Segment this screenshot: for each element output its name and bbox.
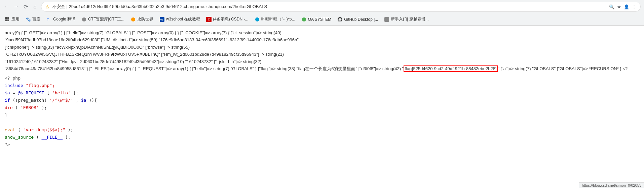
toolbar-csdn[interactable]: C (4条消息) CSDN -...	[204, 15, 250, 23]
svg-rect-3	[7, 19, 9, 21]
output-line1: array(9) { ["_GET"]=> array(1) { ["hello…	[5, 30, 281, 35]
toolbar-baidu[interactable]: 🐾 百度	[24, 15, 42, 23]
code-eval-str: "var_dump($$a);"	[23, 127, 65, 132]
bookmarks-toolbar: ​ 应用 🐾 百度 T Google 翻译 CTF资源库|CTF工... 攻防	[0, 13, 644, 26]
csdn-icon: C	[206, 17, 212, 22]
toolbar-w3school[interactable]: W w3school 在线教程	[157, 15, 202, 23]
star-icon[interactable]: ★	[617, 4, 621, 9]
toolbar-attack-world[interactable]: 攻防世界	[128, 15, 155, 23]
code-regex: '/^\w*$/'	[49, 98, 73, 103]
code-line-8: eval ( "var_dump($$a);" );	[5, 126, 639, 134]
toolbar-google-translate[interactable]: T Google 翻译	[44, 15, 77, 23]
home-button[interactable]: ⌂	[32, 3, 38, 10]
account-icon[interactable]: 👤	[624, 4, 629, 9]
code-block: <? php include "flag.php"; $a = @$_REQUE…	[5, 75, 639, 149]
code-include-file: "flag.php";	[26, 83, 55, 88]
toolbar-oa[interactable]: OA SYSTEM	[299, 16, 333, 23]
page-content: array(9) { ["_GET"]=> array(1) { ["hello…	[0, 26, 644, 152]
kw-eval: eval	[5, 127, 15, 132]
url-text: 不安全 | 29bd1c4d612d4cd6b159bdd0aa3e63bb0f…	[52, 4, 606, 10]
github-icon	[337, 17, 343, 22]
toolbar-newbie[interactable]: 新手入门| 穿越赛博...	[382, 15, 430, 23]
code-line-7	[5, 119, 639, 126]
toolbar-apps[interactable]: ​ 应用	[3, 15, 22, 23]
svg-rect-11	[384, 17, 389, 22]
toolbar-baidu-label: 百度	[32, 16, 40, 22]
toolbar-w3school-label: w3school 在线教程	[166, 16, 200, 22]
code-request: @$_REQUEST	[18, 90, 44, 95]
toolbar-apps-label: 应用	[11, 16, 20, 22]
newbie-icon	[384, 17, 389, 22]
code-var-a: $a	[5, 90, 10, 95]
browser-chrome: ← → ⟳ ⌂ ⚠ 不安全 | 29bd1c4d612d4cd6b159bdd0…	[0, 0, 644, 26]
back-button[interactable]: ←	[3, 3, 10, 10]
code-line-1: <? php	[5, 75, 639, 82]
code-line-9: show_source ( __FILE__ );	[5, 134, 639, 141]
toolbar-attack-label: 攻防世界	[137, 16, 153, 22]
code-php-tag: <?	[5, 76, 10, 81]
code-line-4: if (!preg_match( '/^\w*$/' , $a )){	[5, 97, 639, 104]
code-file-const: __FILE__	[42, 135, 63, 140]
baidu-icon: 🐾	[26, 17, 31, 22]
attack-icon	[130, 17, 136, 22]
output-line6-pre: "8684d78aac49a784162ba849958d8613" } ["_…	[5, 66, 404, 71]
svg-rect-2	[5, 19, 7, 21]
toolbar-github-label: GitHub Desktop |...	[344, 17, 378, 22]
output-line5: "1610241240,1610243282" ["Hm_lpvt_2d0601…	[5, 59, 261, 64]
toolbar-github[interactable]: GitHub Desktop |...	[335, 16, 380, 23]
translate-icon: T	[46, 17, 52, 22]
toolbar-ctf-label: CTF资源库|CTF工...	[88, 16, 124, 22]
reload-button[interactable]: ⟳	[22, 3, 29, 10]
svg-rect-0	[5, 17, 7, 19]
output-line4: "CFIZTxUYU0BZWl5GVQJTRFBZSkdeQ1hYWVJFRF9…	[5, 52, 284, 57]
toolbar-ctf[interactable]: CTF资源库|CTF工...	[79, 15, 126, 23]
toolbar-translate-label: Google 翻译	[53, 16, 75, 22]
kw-if: if	[5, 98, 10, 103]
svg-point-5	[82, 17, 86, 21]
kw-die: die	[5, 105, 12, 110]
search-icon[interactable]: 🔍	[609, 4, 614, 9]
svg-text:W: W	[160, 18, 163, 21]
w3school-icon: W	[159, 17, 165, 22]
code-var-a2: $a	[81, 98, 86, 103]
code-line-2: include "flag.php";	[5, 82, 639, 89]
toolbar-oa-label: OA SYSTEM	[308, 17, 331, 22]
address-bar[interactable]: ⚠ 不安全 | 29bd1c4d612d4cd6b159bdd0aa3e63bb…	[41, 2, 641, 12]
address-actions: 🔍 ★ 👤 ⋮	[609, 4, 636, 9]
lock-icon: ⚠	[45, 4, 49, 9]
oa-icon	[301, 17, 307, 22]
apps-icon: ​	[5, 17, 10, 22]
kw-show-source: show_source	[5, 135, 34, 140]
bilibili-icon	[255, 17, 260, 22]
code-line-3: $a = @$_REQUEST [ 'hello' ];	[5, 89, 639, 97]
code-line-6: }	[5, 111, 639, 119]
code-close-tag: ?>	[5, 142, 10, 147]
toolbar-bilibili-label: 哔哩哔哩（ '- ')つ...	[261, 16, 295, 22]
output-line3: ["chkphone"]=> string(33) "acWxNpxhQpDiA…	[5, 45, 190, 50]
output-line6-post: " ["a"]=> string(7) "GLOBALS" ["GLOBALS"…	[498, 66, 628, 71]
svg-point-9	[255, 17, 259, 21]
kw-include: include	[5, 83, 23, 88]
output-text: array(9) { ["_GET"]=> array(1) { ["hello…	[5, 29, 639, 73]
flag-value: flag{525d4620-9cd2-49df-921b-88482ebe2b2…	[404, 65, 498, 72]
code-hello-str: 'hello'	[52, 90, 71, 95]
svg-rect-1	[7, 17, 9, 19]
menu-icon[interactable]: ⋮	[632, 4, 636, 9]
svg-point-10	[302, 17, 306, 21]
forward-button[interactable]: →	[13, 3, 20, 10]
code-error-str: 'ERROR'	[21, 105, 39, 110]
svg-point-6	[131, 17, 135, 21]
ctf-icon	[81, 17, 87, 22]
code-line-10: ?>	[5, 141, 639, 148]
toolbar-newbie-label: 新手入门| 穿越赛博...	[391, 16, 428, 22]
svg-text:T: T	[47, 18, 49, 22]
toolbar-bilibili[interactable]: 哔哩哔哩（ '- ')つ...	[253, 15, 297, 23]
nav-bar: ← → ⟳ ⌂ ⚠ 不安全 | 29bd1c4d612d4cd6b159bdd0…	[0, 0, 644, 13]
output-line2: "9acd59f473adb97bd18eae16d2ff04bdc629d03…	[5, 37, 299, 42]
toolbar-csdn-label: (4条消息) CSDN -...	[213, 16, 248, 22]
code-line-5: die ( 'ERROR' );	[5, 104, 639, 111]
